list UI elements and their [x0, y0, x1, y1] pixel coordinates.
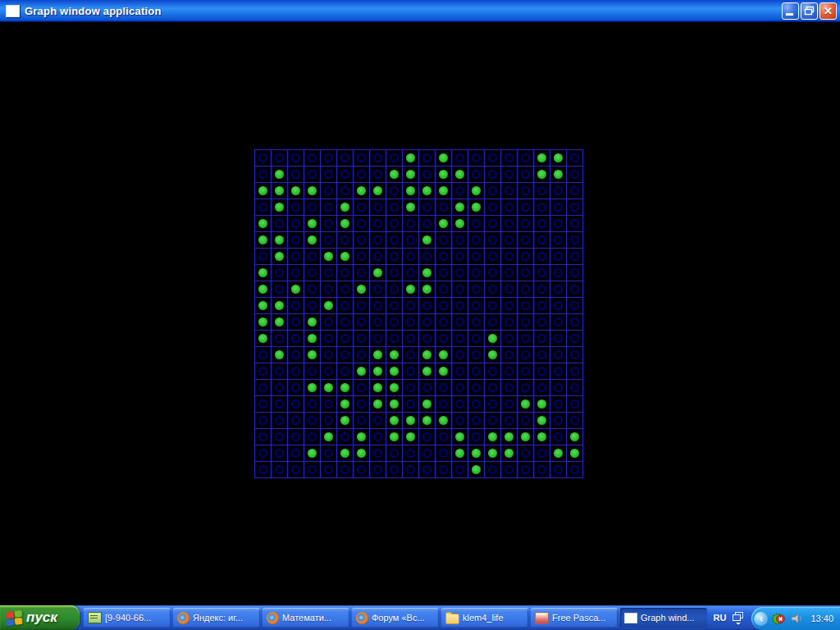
- taskbar-clock[interactable]: 13:40: [810, 614, 833, 623]
- grid-cell: [534, 363, 550, 380]
- language-indicator[interactable]: RU: [714, 613, 727, 623]
- antivirus-tray-icon[interactable]: [772, 612, 786, 626]
- dead-cell-dot: [472, 350, 481, 359]
- grid-cell: [567, 216, 583, 232]
- dead-cell-dot: [308, 268, 317, 277]
- grid-cell: [485, 347, 501, 363]
- dead-cell-dot: [291, 153, 300, 162]
- grid-cell: [534, 445, 550, 462]
- dead-cell-dot: [455, 285, 464, 294]
- window-titlebar[interactable]: Graph window application ✕: [0, 0, 840, 22]
- dead-cell-dot: [455, 153, 464, 162]
- alive-cell-dot: [324, 301, 333, 310]
- grid-cell: [337, 199, 354, 216]
- alive-cell-dot: [275, 170, 284, 179]
- dead-cell-dot: [570, 203, 579, 212]
- taskbar-button[interactable]: Free Pasca...: [531, 608, 618, 628]
- grid-cell: [255, 445, 272, 462]
- grid-cell: [321, 232, 337, 249]
- dead-cell-dot: [455, 317, 464, 326]
- grid-cell: [518, 347, 534, 363]
- grid-cell: [534, 281, 550, 298]
- grid-cell: [518, 445, 534, 462]
- keyboard-layout-icon[interactable]: [732, 611, 745, 625]
- grid-cell: [518, 281, 534, 298]
- grid-cell: [534, 183, 550, 199]
- alive-cell-dot: [439, 416, 448, 425]
- dead-cell-dot: [488, 153, 497, 162]
- dead-cell-dot: [488, 285, 497, 294]
- minimize-icon: [786, 13, 793, 16]
- grid-cell: [288, 249, 304, 265]
- taskbar-button[interactable]: Graph wind...: [620, 608, 707, 628]
- alive-cell-dot: [340, 252, 349, 261]
- dead-cell-dot: [357, 416, 366, 425]
- restore-button[interactable]: [801, 2, 818, 20]
- grid-cell: [272, 380, 288, 396]
- minimize-button[interactable]: [782, 2, 799, 20]
- grid-cell: [452, 413, 468, 429]
- grid-cell: [386, 462, 403, 478]
- grid-cell: [550, 462, 567, 478]
- taskbar-button[interactable]: Яндекс: иг...: [173, 608, 260, 628]
- dead-cell-dot: [291, 416, 300, 425]
- grid-cell: [501, 396, 518, 413]
- grid-cell: [354, 183, 370, 199]
- start-label: пуск: [26, 609, 57, 626]
- grid-cell: [288, 363, 304, 380]
- grid-cell: [386, 314, 403, 331]
- close-button[interactable]: ✕: [819, 2, 837, 20]
- taskbar-button[interactable]: klem4_life: [441, 608, 528, 628]
- grid-cell: [321, 462, 337, 478]
- start-button[interactable]: пуск: [0, 605, 80, 630]
- dead-cell-dot: [554, 252, 563, 261]
- hide-icons-chevron[interactable]: ‹: [754, 612, 768, 626]
- taskbar-button[interactable]: Математи...: [262, 608, 349, 628]
- dead-cell-dot: [537, 334, 546, 343]
- dead-cell-dot: [390, 334, 399, 343]
- grid-cell: [288, 199, 304, 216]
- window-controls: ✕: [780, 2, 840, 20]
- grid-cell: [272, 331, 288, 347]
- alive-cell-dot: [472, 449, 481, 458]
- dead-cell-dot: [406, 235, 415, 244]
- grid-cell: [550, 429, 567, 445]
- dead-cell-dot: [357, 383, 366, 392]
- dead-cell-dot: [422, 170, 431, 179]
- life-grid: [254, 149, 583, 478]
- alive-cell-dot: [357, 186, 366, 195]
- grid-cell: [419, 249, 436, 265]
- taskbar-button[interactable]: Форум «Вс...: [352, 608, 439, 628]
- grid-cell: [436, 380, 452, 396]
- dead-cell-dot: [554, 416, 563, 425]
- alive-cell-dot: [554, 153, 563, 162]
- grid-cell: [304, 314, 321, 331]
- grid-cell: [272, 216, 288, 232]
- taskbar-button-label: [9-940-66...: [105, 613, 151, 623]
- grid-cell: [288, 265, 304, 281]
- dead-cell-dot: [570, 268, 579, 277]
- grid-cell: [468, 150, 485, 167]
- dead-cell-dot: [406, 350, 415, 359]
- alive-cell-dot: [521, 432, 530, 441]
- grid-cell: [436, 216, 452, 232]
- grid-cell: [288, 167, 304, 183]
- grid-cell: [337, 232, 354, 249]
- alive-cell-dot: [275, 186, 284, 195]
- taskbar-button[interactable]: [9-940-66...: [84, 608, 171, 628]
- grid-cell: [518, 183, 534, 199]
- alive-cell-dot: [308, 350, 317, 359]
- alive-cell-dot: [504, 432, 514, 441]
- dead-cell-dot: [422, 203, 431, 212]
- dead-cell-dot: [324, 285, 333, 294]
- grid-cell: [436, 199, 452, 216]
- alive-cell-dot: [258, 317, 267, 326]
- dead-cell-dot: [554, 399, 563, 409]
- grid-cell: [288, 232, 304, 249]
- grid-cell: [288, 150, 304, 167]
- grid-cell: [436, 363, 452, 380]
- dead-cell-dot: [291, 219, 300, 228]
- grid-cell: [452, 265, 468, 281]
- volume-tray-icon[interactable]: [790, 612, 803, 625]
- grid-cell: [452, 281, 468, 298]
